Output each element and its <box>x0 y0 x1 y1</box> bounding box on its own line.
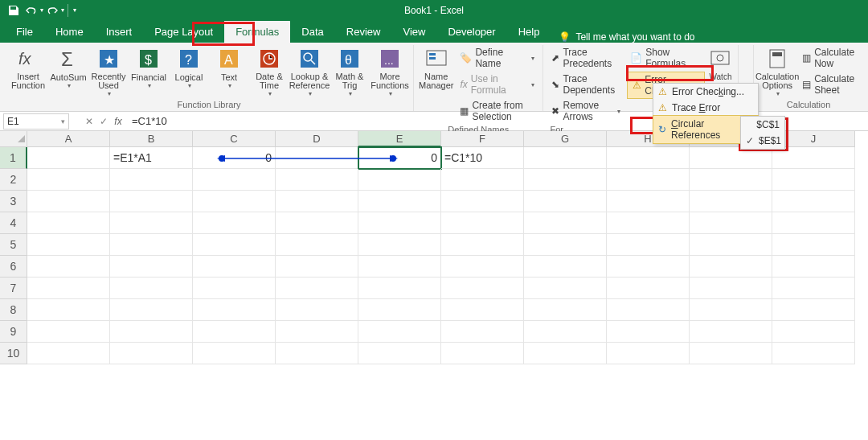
datetime-button[interactable]: Date & Time <box>251 45 288 97</box>
financial-button[interactable]: $ Financial <box>130 45 167 89</box>
cell-A7[interactable] <box>27 278 110 299</box>
worksheet[interactable]: A B C D E F G H I J 1 =E1*A1 0 0 =C1*10 … <box>0 131 868 364</box>
undo-icon[interactable] <box>23 2 40 19</box>
remove-arrows-button[interactable]: ✖Remove Arrows <box>548 98 624 124</box>
calc-options-button[interactable]: Calculation Options <box>759 45 796 97</box>
cell-A4[interactable] <box>27 212 110 234</box>
cell-C9[interactable] <box>193 321 276 343</box>
lookup-button[interactable]: Lookup & Reference <box>291 45 328 97</box>
cell-D2[interactable] <box>276 169 358 191</box>
select-all-button[interactable] <box>0 131 27 147</box>
row-head-2[interactable]: 2 <box>0 169 27 191</box>
row-head-4[interactable]: 4 <box>0 212 27 234</box>
cell-F6[interactable] <box>441 256 524 278</box>
cell-A2[interactable] <box>27 169 110 191</box>
tab-review[interactable]: Review <box>335 21 392 43</box>
qat-customize-icon[interactable]: ▾ <box>73 6 76 14</box>
cell-A9[interactable] <box>27 321 110 343</box>
logical-button[interactable]: ? Logical <box>170 45 207 89</box>
cell-F1[interactable]: =C1*10 <box>441 147 524 169</box>
cell-H10[interactable] <box>607 343 690 364</box>
cell-C6[interactable] <box>193 256 276 278</box>
redo-icon[interactable] <box>43 2 61 19</box>
cell-E3[interactable] <box>358 191 441 212</box>
cell-B6[interactable] <box>110 256 193 278</box>
cell-J4[interactable] <box>772 212 855 234</box>
row-head-8[interactable]: 8 <box>0 299 27 321</box>
tab-insert[interactable]: Insert <box>95 21 144 43</box>
cell-A1[interactable] <box>27 147 110 169</box>
cell-J2[interactable] <box>772 169 855 191</box>
save-icon[interactable] <box>5 2 23 19</box>
cell-B9[interactable] <box>110 321 193 343</box>
cell-B7[interactable] <box>110 278 193 299</box>
col-head-D[interactable]: D <box>276 131 358 147</box>
cell-F7[interactable] <box>441 278 524 299</box>
cell-E10[interactable] <box>358 343 441 364</box>
cell-H8[interactable] <box>607 299 690 321</box>
cell-I7[interactable] <box>690 278 772 299</box>
row-head-9[interactable]: 9 <box>0 321 27 343</box>
cell-D5[interactable] <box>276 234 358 256</box>
calculate-now-button[interactable]: ▥Calculate Now <box>799 45 858 71</box>
watch-window-button[interactable]: Watch <box>708 45 733 81</box>
row-head-7[interactable]: 7 <box>0 278 27 299</box>
cell-G5[interactable] <box>524 234 607 256</box>
cell-J6[interactable] <box>772 256 855 278</box>
col-head-A[interactable]: A <box>27 131 110 147</box>
cell-D7[interactable] <box>276 278 358 299</box>
cell-D3[interactable] <box>276 191 358 212</box>
cell-F5[interactable] <box>441 234 524 256</box>
cell-I10[interactable] <box>690 343 772 364</box>
cell-J10[interactable] <box>772 343 855 364</box>
cell-B4[interactable] <box>110 212 193 234</box>
row-head-1[interactable]: 1 <box>0 147 27 169</box>
cell-A3[interactable] <box>27 191 110 212</box>
cell-J3[interactable] <box>772 191 855 212</box>
cell-D1[interactable] <box>276 147 358 169</box>
cell-I5[interactable] <box>690 234 772 256</box>
cell-B5[interactable] <box>110 234 193 256</box>
cell-B1[interactable]: =E1*A1 <box>110 147 193 169</box>
cell-A10[interactable] <box>27 343 110 364</box>
col-head-F[interactable]: F <box>441 131 524 147</box>
col-head-E[interactable]: E <box>358 131 441 147</box>
col-head-G[interactable]: G <box>524 131 607 147</box>
cell-A6[interactable] <box>27 256 110 278</box>
trace-precedents-button[interactable]: ⬈Trace Precedents <box>548 45 624 71</box>
row-head-5[interactable]: 5 <box>0 234 27 256</box>
redo-dropdown-icon[interactable]: ▾ <box>61 6 64 14</box>
autosum-button[interactable]: Σ AutoSum <box>50 45 87 89</box>
tab-home[interactable]: Home <box>44 21 95 43</box>
cell-F4[interactable] <box>441 212 524 234</box>
cancel-formula-button[interactable]: ✕ <box>82 116 96 127</box>
cell-H7[interactable] <box>607 278 690 299</box>
cell-H5[interactable] <box>607 234 690 256</box>
circular-ref-item-2[interactable]: ✓ $E$1 <box>741 133 784 149</box>
use-in-formula-button[interactable]: fxUse in Formula <box>457 72 538 97</box>
cell-I8[interactable] <box>690 299 772 321</box>
cell-G7[interactable] <box>524 278 607 299</box>
tab-pagelayout[interactable]: Page Layout <box>143 21 224 43</box>
cell-I3[interactable] <box>690 191 772 212</box>
cell-G2[interactable] <box>524 169 607 191</box>
cell-E2[interactable] <box>358 169 441 191</box>
cell-E5[interactable] <box>358 234 441 256</box>
tab-formulas[interactable]: Formulas <box>224 21 290 43</box>
cell-B8[interactable] <box>110 299 193 321</box>
cell-G1[interactable] <box>524 147 607 169</box>
cell-F2[interactable] <box>441 169 524 191</box>
trace-dependents-button[interactable]: ⬊Trace Dependents <box>548 72 624 97</box>
tab-developer[interactable]: Developer <box>436 21 506 43</box>
fx-icon[interactable]: fx <box>111 116 125 127</box>
tab-file[interactable]: File <box>5 21 44 43</box>
cell-C1[interactable]: 0 <box>193 147 276 169</box>
cell-A5[interactable] <box>27 234 110 256</box>
cell-G10[interactable] <box>524 343 607 364</box>
cell-H4[interactable] <box>607 212 690 234</box>
cell-C3[interactable] <box>193 191 276 212</box>
cell-G6[interactable] <box>524 256 607 278</box>
cell-D10[interactable] <box>276 343 358 364</box>
cell-H9[interactable] <box>607 321 690 343</box>
cell-C10[interactable] <box>193 343 276 364</box>
